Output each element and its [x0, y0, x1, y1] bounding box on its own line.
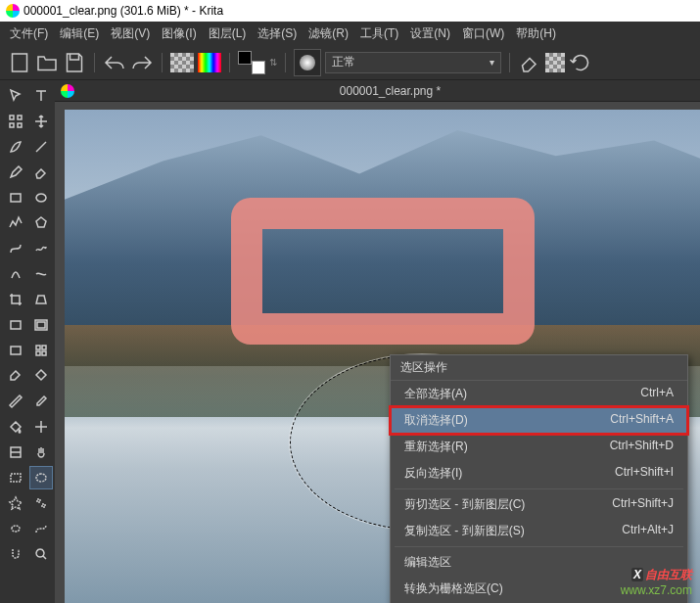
tool-rect[interactable]: [4, 186, 27, 209]
tool-calligraphy[interactable]: [4, 262, 27, 286]
tool-pan[interactable]: [29, 441, 53, 464]
undo-button[interactable]: [103, 51, 126, 74]
context-menu-item[interactable]: 转换为栅格选区(C): [391, 576, 687, 602]
context-menu-item[interactable]: 全部选择(A)Ctrl+A: [391, 381, 687, 407]
menu-image[interactable]: 图像(I): [156, 23, 202, 44]
main-menubar: 文件(F) 编辑(E) 视图(V) 图像(I) 图层(L) 选择(S) 滤镜(R…: [0, 22, 700, 45]
tool-freehand-select[interactable]: [4, 517, 27, 540]
tool-rect-select[interactable]: [4, 466, 27, 489]
tool-brush[interactable]: [4, 135, 27, 159]
selection-context-menu: 选区操作 全部选择(A)Ctrl+A取消选择(D)Ctrl+Shift+A重新选…: [390, 354, 688, 603]
context-menu-item[interactable]: 取消选择(D)Ctrl+Shift+A: [391, 407, 687, 434]
tool-bezier-select[interactable]: [29, 517, 53, 540]
context-menu-item[interactable]: 重新选择(R)Ctrl+Shift+D: [391, 434, 687, 460]
tool-transform[interactable]: [4, 110, 27, 133]
toolbox: [0, 80, 55, 603]
menu-window[interactable]: 窗口(W): [456, 23, 510, 44]
window-title: 000001_clear.png (301.6 MiB) * - Krita: [23, 4, 223, 18]
menu-item-label: 反向选择(I): [404, 465, 462, 482]
separator: [162, 53, 163, 72]
new-file-button[interactable]: [8, 51, 31, 74]
menu-select[interactable]: 选择(S): [252, 23, 303, 44]
blend-mode-combo[interactable]: 正常 ▾: [325, 52, 501, 73]
tool-ellipse[interactable]: [29, 186, 53, 209]
context-menu-item[interactable]: 复制选区 - 到新图层(S)Ctrl+Alt+J: [391, 518, 687, 544]
tool-bezier[interactable]: [4, 237, 27, 260]
brush-preset-button[interactable]: [294, 49, 321, 76]
eraser-mode-button[interactable]: [518, 51, 541, 74]
tool-gradient[interactable]: [4, 339, 27, 362]
alpha-lock-button[interactable]: [545, 53, 565, 72]
separator: [229, 53, 230, 72]
separator: [285, 53, 286, 72]
menu-filter[interactable]: 滤镜(R): [303, 23, 354, 44]
tool-pencil[interactable]: [4, 161, 27, 184]
tool-reference[interactable]: [4, 441, 27, 464]
tool-line[interactable]: [29, 135, 53, 159]
fg-color-icon: [238, 51, 252, 65]
menu-item-shortcut: Ctrl+Shift+J: [612, 496, 674, 513]
reload-preset-button[interactable]: [569, 51, 592, 74]
separator: [509, 53, 510, 72]
save-file-button[interactable]: [63, 51, 86, 74]
tool-rect2[interactable]: [4, 313, 27, 337]
menu-item-shortcut: Ctrl+Shift+A: [610, 412, 674, 429]
blend-mode-label: 正常: [332, 54, 355, 70]
tool-dynabrush[interactable]: [29, 262, 53, 286]
open-file-button[interactable]: [35, 51, 59, 74]
tool-text[interactable]: [29, 84, 53, 108]
tool-polygon[interactable]: [29, 211, 53, 235]
context-menu-item[interactable]: 反向选择(I)Ctrl+Shift+I: [391, 460, 687, 487]
menu-item-label: 复制选区 - 到新图层(S): [404, 523, 525, 539]
tool-move[interactable]: [29, 110, 53, 133]
tool-perspective[interactable]: [29, 288, 53, 311]
tool-magnetic-select[interactable]: [4, 542, 27, 566]
tool-measure[interactable]: [4, 390, 27, 413]
tool-colorize[interactable]: [4, 364, 27, 388]
tool-contiguous-select[interactable]: [4, 491, 27, 515]
menu-file[interactable]: 文件(F): [4, 23, 54, 44]
tool-cursor[interactable]: [4, 84, 27, 108]
tool-similar-select[interactable]: [29, 491, 53, 515]
tool-crop[interactable]: [4, 288, 27, 311]
pattern-swatch-1[interactable]: [170, 53, 194, 72]
menu-item-shortcut: Ctrl+Alt+J: [622, 523, 674, 539]
chevron-down-icon: ▾: [490, 57, 494, 68]
menu-settings[interactable]: 设置(N): [404, 23, 456, 44]
context-menu-separator: [395, 488, 683, 489]
tool-polyline[interactable]: [4, 211, 27, 235]
menu-item-label: 剪切选区 - 到新图层(C): [404, 496, 525, 513]
color-selector[interactable]: [238, 51, 265, 74]
menu-help[interactable]: 帮助(H): [510, 23, 562, 44]
menu-view[interactable]: 视图(V): [105, 23, 156, 44]
menu-item-label: 编辑选区: [404, 554, 451, 571]
redo-button[interactable]: [130, 51, 154, 74]
separator: [94, 53, 95, 72]
brush-dot-icon: [300, 55, 315, 70]
document-tab[interactable]: 000001_clear.png *: [80, 84, 700, 98]
context-menu-item[interactable]: 编辑选区: [391, 549, 687, 576]
menu-tools[interactable]: 工具(T): [354, 23, 404, 44]
tool-zoom[interactable]: [29, 542, 53, 566]
context-menu-separator: [395, 546, 683, 547]
tool-freehand[interactable]: [29, 237, 53, 260]
menu-item-label: 转换为栅格选区(C): [404, 580, 503, 597]
menu-item-label: 全部选择(A): [404, 386, 467, 402]
menu-item-shortcut: Ctrl+Shift+D: [610, 439, 674, 455]
pattern-swatch-2[interactable]: [198, 53, 221, 72]
bg-color-icon: [252, 61, 265, 74]
tool-smartfill[interactable]: [29, 364, 53, 388]
tool-colorpicker[interactable]: [29, 390, 53, 413]
tool-eraser[interactable]: [29, 161, 53, 184]
menu-edit[interactable]: 编辑(E): [54, 23, 105, 44]
window-titlebar: 000001_clear.png (301.6 MiB) * - Krita: [0, 0, 700, 22]
tool-frame[interactable]: [29, 313, 53, 337]
tool-fill[interactable]: [4, 415, 27, 439]
menu-layer[interactable]: 图层(L): [203, 23, 253, 44]
tool-ellipse-select[interactable]: [29, 466, 53, 489]
swap-colors-icon[interactable]: ⇅: [269, 57, 277, 68]
tool-assistant[interactable]: [29, 415, 53, 439]
tool-pattern[interactable]: [29, 339, 53, 362]
context-menu-item[interactable]: 剪切选区 - 到新图层(C)Ctrl+Shift+J: [391, 491, 687, 518]
context-menu-title: 选区操作: [391, 355, 687, 381]
